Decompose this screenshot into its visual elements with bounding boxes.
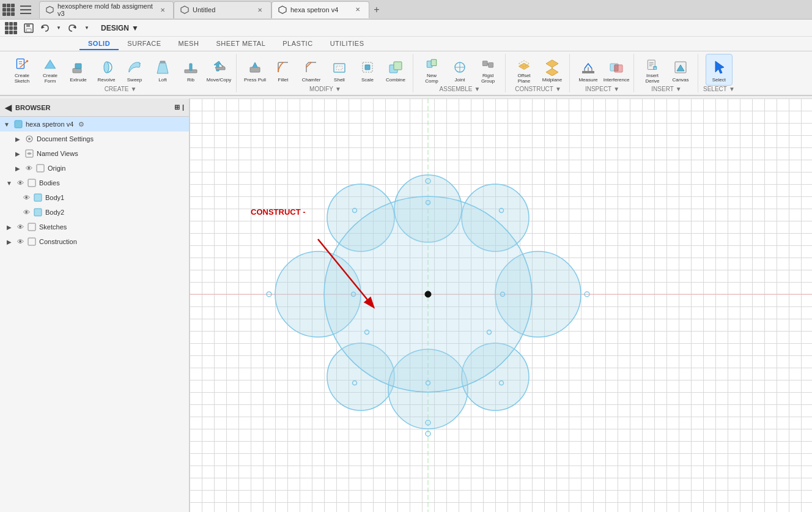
named-views-icon — [24, 149, 34, 158]
inspect-group-label[interactable]: INSPECT ▼ — [585, 86, 619, 94]
tree-item-construction[interactable]: ▶ 👁 Construction — [0, 234, 189, 249]
tree-item-sketches[interactable]: ▶ 👁 Sketches — [0, 220, 189, 234]
create-group-label[interactable]: CREATE ▼ — [105, 86, 137, 94]
origin-eye-icon[interactable]: 👁 — [24, 164, 33, 173]
rigid-group-button[interactable]: Rigid Group — [474, 54, 501, 86]
assemble-group-label[interactable]: ASSEMBLE ▼ — [440, 86, 481, 94]
create-form-button[interactable]: Create Form — [37, 54, 64, 86]
svg-marker-4 — [181, 6, 188, 13]
construct-group-label[interactable]: CONSTRUCT ▼ — [515, 86, 561, 94]
create-sketch-button[interactable]: Create Sketch — [9, 54, 35, 86]
combine-button[interactable]: Combine — [382, 54, 409, 86]
design-dropdown[interactable]: DESIGN ▼ — [96, 22, 144, 34]
construction-label: Construction — [39, 238, 77, 245]
loft-button[interactable]: Loft — [149, 54, 176, 86]
collapse-icon[interactable]: ◀ — [5, 103, 12, 113]
tab-surface[interactable]: SURFACE — [119, 38, 169, 50]
redo-button[interactable] — [66, 21, 79, 35]
svg-rect-41 — [582, 71, 594, 73]
select-group-label[interactable]: SELECT ▼ — [703, 86, 735, 94]
modify-group-label[interactable]: MODIFY ▼ — [309, 86, 341, 94]
tab-icon-1 — [46, 6, 54, 14]
svg-rect-64 — [28, 223, 35, 231]
rib-label: Rib — [187, 77, 194, 83]
ribbon-group-modify: Press Pull Fillet Chamfer — [238, 54, 413, 92]
bodies-eye-icon[interactable]: 👁 — [16, 179, 24, 187]
tab-close-3[interactable]: ✕ — [353, 5, 363, 15]
tree-item-root[interactable]: ▼ hexa spetron v4 ⚙ — [0, 117, 189, 132]
tree-item-body2[interactable]: 👁 Body2 — [0, 205, 189, 220]
svg-point-77 — [425, 291, 431, 297]
apps-icon[interactable] — [2, 4, 15, 16]
offset-plane-button[interactable]: Offset Plane — [511, 54, 537, 86]
browser-expand-icon[interactable]: | — [182, 103, 184, 111]
body1-eye-icon[interactable]: 👁 — [22, 193, 31, 202]
tab-close-2[interactable]: ✕ — [255, 5, 265, 15]
svg-rect-1 — [20, 9, 31, 10]
body2-icon — [33, 207, 43, 217]
bodies-label: Bodies — [39, 179, 60, 187]
construction-eye-icon[interactable]: 👁 — [16, 237, 24, 246]
rib-button[interactable]: Rib — [177, 54, 204, 86]
interference-button[interactable]: Interference — [603, 54, 630, 86]
inspect-chevron: ▼ — [613, 86, 619, 92]
tree-item-doc-settings[interactable]: ▶ Document Settings — [0, 132, 189, 146]
redo-dropdown[interactable]: ▼ — [80, 21, 94, 35]
tree-item-body1[interactable]: 👁 Body1 — [0, 190, 189, 205]
chamfer-button[interactable]: Chamfer — [298, 54, 325, 86]
shell-button[interactable]: Shell — [326, 54, 353, 86]
apps-grid-icon[interactable] — [5, 22, 17, 34]
new-component-button[interactable]: New Comp — [418, 54, 445, 86]
tab-hexa-spetron[interactable]: hexa spetron v4 ✕ — [271, 1, 369, 18]
revolve-button[interactable]: Revolve — [93, 54, 120, 86]
insert-group-label[interactable]: INSERT ▼ — [651, 86, 681, 94]
sweep-button[interactable]: Sweep — [121, 54, 148, 86]
fillet-button[interactable]: Fillet — [270, 54, 297, 86]
select-button[interactable]: Select — [706, 54, 733, 86]
new-tab-button[interactable]: + — [369, 2, 384, 17]
extrude-button[interactable]: Extrude — [65, 54, 92, 86]
root-settings-icon[interactable]: ⚙ — [78, 121, 84, 128]
svg-rect-7 — [26, 24, 30, 27]
svg-marker-5 — [279, 6, 286, 13]
tab-solid[interactable]: SOLID — [79, 38, 119, 50]
design-chevron: ▼ — [131, 24, 139, 32]
joint-button[interactable]: Joint — [446, 54, 473, 86]
save-button[interactable] — [22, 21, 35, 35]
insert-derive-button[interactable]: Insert Derive — [639, 54, 666, 86]
modify-buttons: Press Pull Fillet Chamfer — [242, 54, 409, 86]
construction-chevron: ▶ — [5, 237, 13, 246]
sketches-eye-icon[interactable]: 👁 — [16, 223, 24, 231]
construct-label-text: CONSTRUCT — [515, 86, 553, 92]
press-pull-button[interactable]: Press Pull — [242, 54, 268, 86]
tab-untitled[interactable]: Untitled ✕ — [174, 1, 271, 18]
undo-dropdown[interactable]: ▼ — [52, 21, 65, 35]
browser-menu-icon[interactable]: ⊞ — [174, 103, 180, 111]
tree-item-named-views[interactable]: ▶ Named Views — [0, 146, 189, 161]
svg-rect-63 — [34, 209, 42, 216]
tab-sheet-metal[interactable]: SHEET METAL — [207, 38, 274, 50]
file-menu[interactable] — [16, 4, 35, 16]
tab-utilities[interactable]: UTILITIES — [322, 38, 373, 50]
canvas-button[interactable]: Canvas — [667, 54, 694, 86]
browser-header-icons: ⊞ | — [174, 103, 184, 111]
svg-rect-60 — [37, 165, 44, 172]
tab-mesh[interactable]: MESH — [170, 38, 208, 50]
measure-button[interactable]: Measure — [575, 54, 602, 86]
undo-button[interactable] — [38, 21, 51, 35]
tab-plastic[interactable]: PLASTIC — [274, 38, 321, 50]
move-copy-button[interactable]: Move/Copy — [205, 54, 232, 86]
inspect-buttons: Measure Interference — [575, 54, 630, 86]
tree-item-origin[interactable]: ▶ 👁 Origin — [0, 161, 189, 176]
midplane-button[interactable]: Midplane — [539, 54, 566, 86]
scale-button[interactable]: Scale — [354, 54, 381, 86]
tab-hexosphere[interactable]: hexosphere mold fab assigment v3 ✕ — [39, 1, 174, 18]
body2-eye-icon[interactable]: 👁 — [22, 208, 31, 217]
svg-point-18 — [104, 62, 109, 73]
tab-close-1[interactable]: ✕ — [158, 5, 167, 15]
svg-rect-62 — [34, 194, 42, 201]
canvas-area[interactable]: CONSTRUCT - — [190, 98, 812, 512]
tree-item-bodies[interactable]: ▼ 👁 Bodies — [0, 176, 189, 190]
toolbar-area: ▼ ▼ DESIGN ▼ SOLID SURFACE MESH SHEET ME… — [0, 20, 812, 96]
ribbon-group-inspect: Measure Interference INSPECT ▼ — [571, 54, 634, 92]
